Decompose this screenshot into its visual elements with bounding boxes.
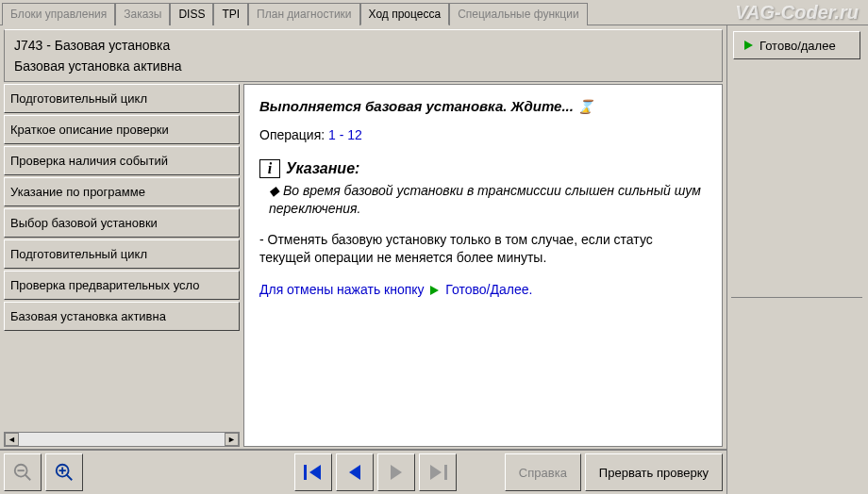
sidebar-item[interactable]: Указание по программе: [4, 177, 240, 206]
zoom-out-button[interactable]: [4, 453, 42, 491]
nav-first-button[interactable]: [294, 453, 332, 491]
scroll-right-icon[interactable]: ►: [225, 433, 239, 446]
nav-last-button[interactable]: [419, 453, 457, 491]
svg-line-4: [67, 475, 73, 481]
ready-button[interactable]: Готово/далее: [733, 31, 860, 59]
sidebar-scrollbar[interactable]: ◄ ►: [4, 432, 240, 447]
play-icon: [744, 41, 753, 50]
svg-marker-8: [309, 465, 321, 480]
svg-marker-11: [430, 465, 442, 480]
help-button[interactable]: Справка: [505, 453, 581, 491]
note-body: ◆ Во время базовой установки в трансмисс…: [269, 182, 707, 218]
scroll-left-icon[interactable]: ◄: [5, 433, 19, 446]
cancel-instruction: Для отмены нажать кнопку Готово/Далее.: [259, 282, 707, 297]
play-icon: [430, 286, 439, 295]
watermark: VAG-Coder.ru: [735, 2, 859, 24]
svg-rect-7: [304, 465, 307, 480]
tab-special-functions[interactable]: Специальные функции: [449, 3, 588, 25]
sidebar-item[interactable]: Подготовительный цикл: [4, 239, 240, 269]
tab-orders[interactable]: Заказы: [115, 3, 170, 25]
sidebar-item[interactable]: Краткое описание проверки: [4, 115, 240, 144]
tab-control-units[interactable]: Блоки управления: [2, 3, 115, 25]
svg-rect-12: [444, 465, 447, 480]
nav-prev-button[interactable]: [336, 453, 374, 491]
info-icon: i: [259, 159, 280, 178]
hourglass-icon: ⌛: [577, 99, 589, 114]
right-panel: Готово/далее: [726, 25, 866, 494]
steps-sidebar: Подготовительный цикл Краткое описание п…: [4, 84, 240, 447]
operation-line: Операция: 1 - 12: [259, 127, 707, 142]
instruction-text: - Отменять базовую установку только в то…: [259, 231, 707, 267]
sidebar-item[interactable]: Проверка предварительных усло: [4, 271, 240, 300]
tab-tpi[interactable]: TPI: [213, 3, 248, 25]
tab-diss[interactable]: DISS: [170, 3, 213, 25]
footer-toolbar: Справка Прервать проверку: [0, 449, 726, 494]
svg-marker-9: [349, 465, 360, 480]
tab-diag-plan[interactable]: План диагностики: [248, 3, 359, 25]
tab-process-flow[interactable]: Ход процесса: [360, 3, 450, 25]
page-subtitle: Базовая установка активна: [14, 58, 712, 74]
content-headline: Выполняется базовая установка. Ждите... …: [259, 98, 707, 114]
sidebar-item[interactable]: Подготовительный цикл: [4, 84, 240, 113]
svg-line-1: [25, 475, 31, 481]
page-title: J743 - Базовая установка: [14, 38, 712, 53]
operation-value: 1 - 12: [328, 127, 362, 142]
note-title: Указание:: [286, 160, 359, 177]
sidebar-item[interactable]: Выбор базовой установки: [4, 208, 240, 238]
ready-label: Готово/далее: [760, 39, 836, 53]
zoom-in-button[interactable]: [45, 453, 83, 491]
header-panel: J743 - Базовая установка Базовая установ…: [4, 29, 723, 82]
nav-next-button[interactable]: [377, 453, 415, 491]
sidebar-item[interactable]: Базовая установка активна: [4, 302, 240, 331]
sidebar-item[interactable]: Проверка наличия событий: [4, 146, 240, 175]
abort-button[interactable]: Прервать проверку: [585, 453, 723, 491]
content-panel: Выполняется базовая установка. Ждите... …: [243, 84, 723, 447]
tab-bar: Блоки управления Заказы DISS TPI План ди…: [0, 0, 868, 25]
svg-marker-10: [391, 465, 402, 480]
